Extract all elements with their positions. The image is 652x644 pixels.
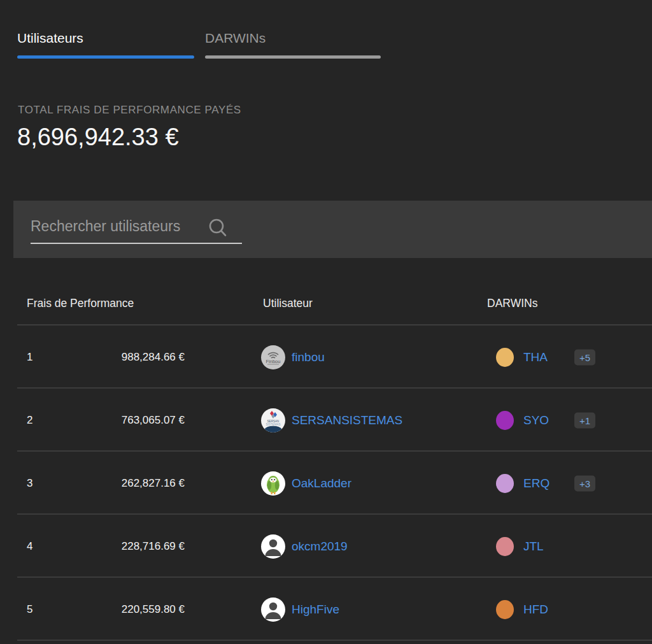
tab-bar: Utilisateurs DARWINs <box>17 31 381 59</box>
search-bar <box>13 201 652 258</box>
column-header-fees: Frais de Performance <box>27 297 134 310</box>
darwin-color-dot <box>496 474 514 493</box>
darwin-color-dot <box>496 411 514 430</box>
fee-cell: 228,716.69 € <box>55 540 185 553</box>
username-link[interactable]: SERSANSISTEMAS <box>292 413 402 427</box>
svg-text:Finbou: Finbou <box>266 358 281 364</box>
rank-cell: 4 <box>27 540 32 553</box>
search-input[interactable] <box>31 218 242 244</box>
user-avatar[interactable] <box>261 534 285 559</box>
tab-active-underline <box>17 55 194 59</box>
generic-person-avatar <box>261 597 285 622</box>
tab-inactive-underline <box>205 55 381 59</box>
darwin-ticker-link[interactable]: HFD <box>523 603 548 617</box>
darwin-ticker-link[interactable]: ERQ <box>523 476 549 490</box>
table-row: 5 220,559.80 € HighFive HFD <box>0 578 652 641</box>
total-fees-label: TOTAL FRAIS DE PERFORMANCE PAYÉS <box>18 104 241 117</box>
total-fees-value: 8,696,942.33 € <box>17 124 179 151</box>
user-avatar[interactable] <box>261 597 285 622</box>
tab-darwins[interactable]: DARWINs <box>205 31 381 59</box>
sersan-logo-avatar: SERSAN SISTEMAS <box>261 408 285 433</box>
svg-text:SISTEMAS: SISTEMAS <box>266 422 280 426</box>
tab-utilisateurs-label: Utilisateurs <box>17 31 194 46</box>
finbou-logo-avatar: Finbou <box>261 345 285 369</box>
more-darwins-badge[interactable]: +3 <box>574 475 595 491</box>
fee-cell: 262,827.16 € <box>55 477 185 490</box>
darwin-color-dot <box>496 348 514 367</box>
table-row: 4 228,716.69 € okcm2019 JTL <box>0 515 652 578</box>
tab-darwins-label: DARWINs <box>205 31 381 46</box>
user-avatar[interactable]: Finbou <box>261 345 285 369</box>
fee-cell: 763,065.07 € <box>55 414 185 427</box>
fee-cell: 988,284.66 € <box>55 351 185 364</box>
table-row: 1 988,284.66 € Finbou finbou THA +5 <box>0 326 652 389</box>
rank-cell: 2 <box>27 414 32 427</box>
table-header: Frais de Performance Utilisateur DARWINs <box>0 297 652 325</box>
username-link[interactable]: HighFive <box>292 603 339 617</box>
darwin-color-dot <box>496 600 514 619</box>
darwin-ticker-link[interactable]: JTL <box>523 540 544 554</box>
table-row: 3 262,827.16 € <box>0 452 652 515</box>
column-header-darwins: DARWINs <box>487 297 537 310</box>
rank-cell: 1 <box>27 351 32 364</box>
darwin-ticker-link[interactable]: SYO <box>523 413 549 427</box>
fee-cell: 220,559.80 € <box>55 603 185 616</box>
rank-cell: 3 <box>27 477 32 490</box>
user-avatar[interactable]: SERSAN SISTEMAS <box>261 408 285 433</box>
table-body: 1 988,284.66 € Finbou finbou THA +5 2 <box>0 326 652 641</box>
user-avatar[interactable] <box>261 471 285 496</box>
username-link[interactable]: finbou <box>292 350 325 364</box>
more-darwins-badge[interactable]: +5 <box>574 349 595 365</box>
username-link[interactable]: okcm2019 <box>292 540 348 554</box>
rank-cell: 5 <box>27 603 32 616</box>
table-row: 2 763,065.07 € SERSAN SISTEMAS <box>0 389 652 452</box>
generic-person-avatar <box>261 534 285 559</box>
oakladder-bird-avatar <box>261 471 285 496</box>
darwin-color-dot <box>496 537 514 556</box>
tab-utilisateurs[interactable]: Utilisateurs <box>17 31 194 59</box>
username-link[interactable]: OakLadder <box>292 476 351 490</box>
column-header-user: Utilisateur <box>263 297 313 310</box>
darwin-ticker-link[interactable]: THA <box>523 350 548 364</box>
more-darwins-badge[interactable]: +1 <box>574 412 595 428</box>
